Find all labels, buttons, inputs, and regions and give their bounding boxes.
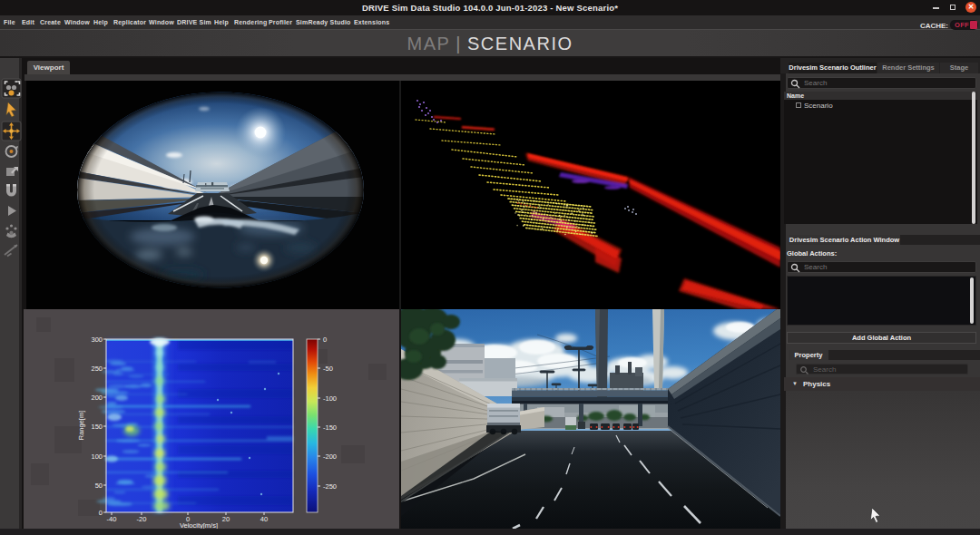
svg-text:-100: -100 [323, 394, 337, 403]
svg-text:0: 0 [323, 336, 327, 344]
svg-text:-50: -50 [323, 365, 333, 373]
svg-text:20: 20 [222, 515, 230, 523]
svg-text:Velocity[m/s]: Velocity[m/s] [180, 521, 218, 529]
svg-text:-150: -150 [323, 423, 337, 432]
svg-text:-250: -250 [323, 482, 337, 491]
svg-text:100: 100 [91, 452, 103, 461]
svg-text:250: 250 [91, 365, 103, 373]
svg-text:-200: -200 [323, 452, 337, 461]
svg-text:40: 40 [260, 515, 268, 523]
svg-text:150: 150 [91, 423, 103, 431]
svg-text:0: 0 [99, 509, 103, 517]
svg-text:300: 300 [91, 336, 103, 344]
svg-text:-20: -20 [137, 515, 147, 523]
svg-text:-40: -40 [107, 515, 117, 523]
svg-text:50: 50 [95, 482, 103, 490]
svg-text:200: 200 [91, 394, 103, 402]
svg-text:Range[m]: Range[m] [77, 411, 85, 441]
